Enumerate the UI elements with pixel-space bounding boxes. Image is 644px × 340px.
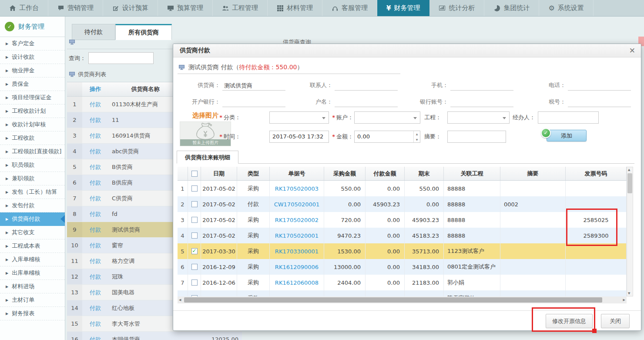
row-checkbox[interactable] (191, 201, 198, 207)
sidebar-item-label: 供货商付款 (12, 215, 40, 223)
pay-link[interactable]: 付款 (82, 257, 108, 265)
pay-link[interactable]: 付款 (82, 242, 108, 249)
sidebar-item[interactable]: ▶收款计划审核 (0, 118, 65, 131)
sidebar-item[interactable]: ▶设计收款 (0, 50, 65, 64)
cell-payment: 0.00 (366, 290, 405, 296)
sidebar-item[interactable]: ▶工程领款[直接领款] (0, 145, 65, 158)
close-button[interactable]: 关闭 (601, 314, 630, 328)
info-field-value[interactable] (335, 81, 398, 91)
row-checkbox[interactable] (191, 264, 198, 270)
pay-link[interactable]: 付款 (82, 179, 108, 187)
nav-item-statistics[interactable]: 统计分析 (429, 0, 484, 16)
vertical-scroll-thumb[interactable] (627, 173, 632, 193)
select-all-checkbox[interactable] (191, 171, 198, 177)
info-field-value[interactable] (450, 81, 513, 91)
sidebar-item[interactable]: ▶物业押金 (0, 64, 65, 77)
info-field-value[interactable] (568, 97, 631, 107)
nav-item-design-budget[interactable]: 设计预算 (103, 0, 158, 16)
sidebar-item[interactable]: ▶主材订单 (0, 293, 65, 307)
row-number: 11 (67, 253, 82, 269)
pay-link[interactable]: 付款 (82, 273, 108, 281)
cell-purchase: 9470.23 (324, 228, 366, 243)
table-row: 62016-12-09采购RK161209000613000.000.00341… (178, 259, 627, 275)
horizontal-scrollbar[interactable]: ◀ ▶ (178, 296, 627, 303)
info-field-value[interactable] (335, 97, 398, 107)
pay-link[interactable]: 付款 (82, 336, 108, 340)
sidebar-item[interactable]: ▶兼职领款 (0, 172, 65, 185)
annotation-invoice-box (566, 209, 617, 246)
cell-doc-link[interactable]: RK1703300001 (270, 243, 324, 259)
row-checkbox[interactable] (191, 248, 198, 254)
nav-item-system-settings[interactable]: ⚙系统设置 (539, 0, 593, 16)
nav-item-customer-service[interactable]: 客服管理 (322, 0, 377, 16)
cell-doc-link[interactable]: RK1609070001 (270, 290, 324, 296)
sidebar-item[interactable]: ▶工程收款 (0, 131, 65, 145)
info-field-value[interactable] (222, 97, 285, 107)
search-input[interactable] (88, 52, 154, 64)
scroll-right-icon[interactable]: ▶ (623, 298, 625, 302)
sidebar-item[interactable]: ▶工程收款计划 (0, 104, 65, 118)
pay-link[interactable]: 付款 (82, 148, 108, 155)
pay-link[interactable]: 付款 (82, 289, 108, 296)
row-checkbox[interactable] (191, 217, 198, 223)
nav-item-finance[interactable]: ¥财务管理 (377, 0, 429, 16)
nav-item-materials[interactable]: 材料管理 (268, 0, 322, 16)
sidebar-item[interactable]: ▶发包付款 (0, 199, 65, 212)
sidebar-item[interactable]: ▶工程成本表 (0, 239, 65, 253)
info-field-value[interactable] (568, 81, 631, 91)
pay-link[interactable]: 付款 (82, 195, 108, 202)
scroll-up-icon[interactable]: ▲ (628, 168, 630, 172)
cell-doc-link[interactable]: RK1705020002 (270, 212, 324, 228)
cell-payment: 45903.23 (366, 196, 405, 212)
sidebar-item[interactable]: ▶客户定金 (0, 37, 65, 50)
cell-doc-link[interactable]: RK1612060008 (270, 275, 324, 290)
pay-link[interactable]: 付款 (82, 163, 108, 171)
add-button[interactable]: 添加 (547, 130, 587, 141)
nav-item-group-stats[interactable]: 集团统计 (484, 0, 539, 16)
close-icon[interactable]: ✕ (629, 46, 635, 55)
tab-all-suppliers[interactable]: 所有供货商 (115, 24, 172, 40)
sidebar-item[interactable]: ▶发包（工长）结算 (0, 185, 65, 199)
pay-link[interactable]: 付款 (82, 116, 108, 124)
nav-item-marketing[interactable]: 营销管理 (48, 0, 103, 16)
supplier-name: 李大哥水管 (108, 320, 179, 328)
sidebar-item[interactable]: ▶财务报表 (0, 307, 65, 320)
cell-doc-link[interactable]: RK1612090006 (270, 259, 324, 275)
summary-input[interactable] (447, 131, 506, 143)
info-field-value[interactable] (450, 97, 513, 107)
caret-icon: ▶ (6, 244, 8, 248)
pay-link[interactable]: 付款 (82, 101, 108, 108)
agent-input[interactable] (538, 111, 599, 124)
cell-doc-link[interactable]: CW1705020001 (270, 196, 324, 212)
tab-pending-payment[interactable]: 待付款 (72, 24, 115, 40)
nav-item-workbench[interactable]: 工作台 (0, 0, 48, 16)
vertical-scrollbar[interactable]: ▲ ▼ (627, 167, 633, 296)
scroll-left-icon[interactable]: ◀ (179, 298, 181, 302)
nav-item-engineering[interactable]: 工程管理 (213, 0, 268, 16)
row-checkbox[interactable] (191, 185, 198, 192)
pay-link[interactable]: 付款 (82, 210, 108, 218)
nav-item-budget[interactable]: 预算管理 (158, 0, 213, 16)
horizontal-scroll-thumb[interactable] (184, 297, 602, 303)
sidebar-item[interactable]: ▶质保金 (0, 77, 65, 91)
sidebar-item[interactable]: ▶入库单稽核 (0, 253, 65, 266)
sidebar-item[interactable]: ▶项目经理保证金 (0, 91, 65, 104)
cell-doc-link[interactable]: RK1705020003 (270, 181, 324, 196)
sidebar-item[interactable]: ▶其它收支 (0, 226, 65, 239)
row-checkbox[interactable] (191, 232, 198, 239)
sidebar-item[interactable]: ▶供货商付款 (0, 212, 65, 226)
pay-link[interactable]: 付款 (82, 320, 108, 328)
pay-link[interactable]: 付款 (82, 304, 108, 312)
sidebar-item[interactable]: ▶出库单稽核 (0, 266, 65, 280)
sidebar-item[interactable]: ▶职员领款 (0, 158, 65, 172)
nav-item-label: 材料管理 (287, 4, 313, 12)
row-checkbox[interactable] (191, 279, 198, 286)
cell-doc-link[interactable]: RK1705020001 (270, 228, 324, 243)
pay-link[interactable]: 付款 (82, 226, 108, 234)
sidebar-item[interactable]: ▶材料进场 (0, 280, 65, 293)
info-field-value[interactable]: 测试供货商 (222, 81, 285, 91)
nav-item-label: 设计预算 (122, 4, 148, 12)
scroll-down-icon[interactable]: ▼ (628, 292, 630, 295)
tab-supplier-ledger[interactable]: 供货商往来账明细 (177, 151, 238, 164)
pay-link[interactable]: 付款 (82, 132, 108, 140)
